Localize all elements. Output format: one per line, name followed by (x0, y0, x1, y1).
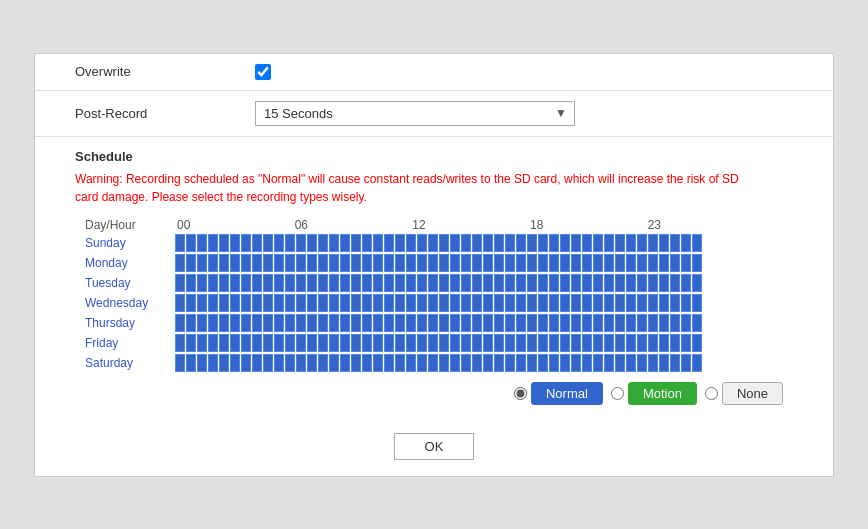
grid-cell[interactable] (208, 294, 218, 312)
grid-cell[interactable] (637, 294, 647, 312)
grid-cell[interactable] (384, 294, 394, 312)
grid-cell[interactable] (175, 274, 185, 292)
grid-cell[interactable] (439, 234, 449, 252)
grid-cell[interactable] (395, 274, 405, 292)
grid-cell[interactable] (197, 354, 207, 372)
grid-cell[interactable] (274, 354, 284, 372)
ok-button[interactable]: OK (394, 433, 475, 460)
grid-cell[interactable] (307, 334, 317, 352)
grid-cell[interactable] (648, 254, 658, 272)
grid-cell[interactable] (681, 314, 691, 332)
grid-cell[interactable] (571, 354, 581, 372)
grid-cell[interactable] (604, 254, 614, 272)
grid-cells-saturday[interactable] (175, 354, 702, 372)
grid-cell[interactable] (395, 314, 405, 332)
grid-cell[interactable] (241, 294, 251, 312)
none-button[interactable]: None (722, 382, 783, 405)
grid-cell[interactable] (417, 334, 427, 352)
grid-cell[interactable] (230, 234, 240, 252)
grid-cell[interactable] (340, 274, 350, 292)
grid-cell[interactable] (428, 234, 438, 252)
grid-cell[interactable] (450, 334, 460, 352)
grid-cell[interactable] (318, 334, 328, 352)
grid-cell[interactable] (318, 234, 328, 252)
grid-cell[interactable] (219, 234, 229, 252)
grid-cell[interactable] (351, 294, 361, 312)
none-radio[interactable] (705, 387, 718, 400)
grid-cell[interactable] (450, 294, 460, 312)
grid-cell[interactable] (428, 294, 438, 312)
grid-cell[interactable] (417, 354, 427, 372)
grid-cell[interactable] (626, 334, 636, 352)
grid-cell[interactable] (208, 274, 218, 292)
grid-cell[interactable] (329, 334, 339, 352)
grid-cell[interactable] (560, 274, 570, 292)
grid-cell[interactable] (659, 254, 669, 272)
grid-cell[interactable] (593, 254, 603, 272)
grid-cell[interactable] (505, 294, 515, 312)
grid-cell[interactable] (175, 354, 185, 372)
grid-cell[interactable] (384, 274, 394, 292)
grid-cell[interactable] (615, 234, 625, 252)
grid-cell[interactable] (648, 274, 658, 292)
grid-cell[interactable] (549, 354, 559, 372)
grid-cell[interactable] (395, 334, 405, 352)
grid-cell[interactable] (681, 354, 691, 372)
grid-cell[interactable] (461, 294, 471, 312)
grid-cell[interactable] (549, 254, 559, 272)
grid-cell[interactable] (428, 314, 438, 332)
grid-cells-wednesday[interactable] (175, 294, 702, 312)
grid-cell[interactable] (527, 334, 537, 352)
grid-cell[interactable] (230, 294, 240, 312)
grid-cell[interactable] (274, 294, 284, 312)
grid-cell[interactable] (648, 354, 658, 372)
grid-cell[interactable] (494, 274, 504, 292)
grid-cell[interactable] (549, 334, 559, 352)
grid-cell[interactable] (483, 334, 493, 352)
grid-cell[interactable] (285, 234, 295, 252)
grid-cell[interactable] (252, 294, 262, 312)
grid-cell[interactable] (241, 234, 251, 252)
grid-cell[interactable] (296, 314, 306, 332)
grid-cell[interactable] (615, 354, 625, 372)
grid-cell[interactable] (659, 314, 669, 332)
grid-cell[interactable] (439, 294, 449, 312)
grid-cell[interactable] (571, 234, 581, 252)
grid-cell[interactable] (461, 274, 471, 292)
grid-cell[interactable] (252, 274, 262, 292)
grid-cell[interactable] (516, 354, 526, 372)
grid-cell[interactable] (560, 254, 570, 272)
grid-cell[interactable] (615, 294, 625, 312)
grid-cell[interactable] (461, 334, 471, 352)
grid-cell[interactable] (637, 234, 647, 252)
grid-cell[interactable] (472, 314, 482, 332)
grid-cell[interactable] (516, 274, 526, 292)
grid-cell[interactable] (571, 334, 581, 352)
grid-cell[interactable] (516, 314, 526, 332)
grid-cell[interactable] (384, 234, 394, 252)
grid-cell[interactable] (615, 254, 625, 272)
grid-cell[interactable] (494, 314, 504, 332)
grid-cell[interactable] (659, 354, 669, 372)
grid-cell[interactable] (296, 274, 306, 292)
grid-cell[interactable] (648, 314, 658, 332)
grid-cell[interactable] (406, 314, 416, 332)
grid-cell[interactable] (483, 294, 493, 312)
grid-cell[interactable] (461, 234, 471, 252)
grid-cell[interactable] (263, 354, 273, 372)
grid-cell[interactable] (648, 334, 658, 352)
grid-cell[interactable] (175, 254, 185, 272)
grid-cell[interactable] (219, 294, 229, 312)
grid-cell[interactable] (538, 254, 548, 272)
grid-cell[interactable] (516, 234, 526, 252)
grid-cell[interactable] (384, 314, 394, 332)
grid-cell[interactable] (505, 354, 515, 372)
grid-cell[interactable] (472, 334, 482, 352)
grid-cell[interactable] (472, 274, 482, 292)
grid-cell[interactable] (494, 254, 504, 272)
grid-cell[interactable] (626, 314, 636, 332)
grid-cell[interactable] (395, 294, 405, 312)
grid-cell[interactable] (307, 274, 317, 292)
grid-cell[interactable] (670, 274, 680, 292)
grid-cell[interactable] (384, 354, 394, 372)
